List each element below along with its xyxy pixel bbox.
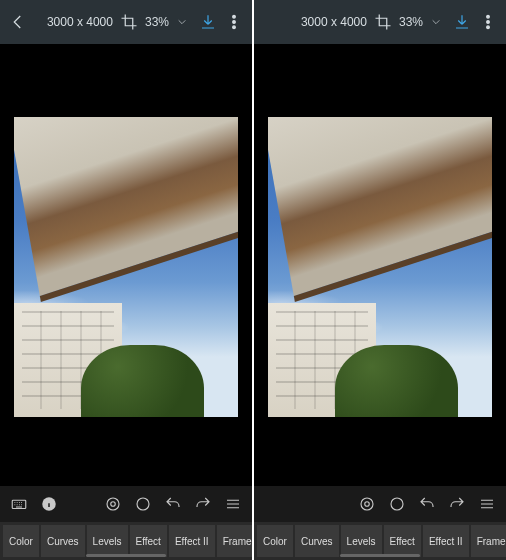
- target-icon[interactable]: [354, 491, 380, 517]
- tab-color[interactable]: Color: [257, 525, 293, 557]
- menu-icon[interactable]: [474, 491, 500, 517]
- download-icon[interactable]: [198, 12, 218, 32]
- image-canvas[interactable]: [0, 44, 252, 486]
- tab-frame[interactable]: Frame: [217, 525, 252, 557]
- zoom-label: 33%: [145, 15, 169, 29]
- top-bar: 3000 x 400033%: [254, 0, 506, 44]
- svg-point-10: [487, 26, 490, 29]
- tab-color[interactable]: Color: [3, 525, 39, 557]
- more-icon[interactable]: [478, 12, 498, 32]
- svg-point-12: [365, 502, 370, 507]
- image-canvas[interactable]: [254, 44, 506, 486]
- chevron-down-icon: [172, 12, 192, 32]
- tab-levels[interactable]: Levels: [341, 525, 382, 557]
- zoom-label: 33%: [399, 15, 423, 29]
- dimensions-label: 3000 x 4000: [47, 15, 113, 29]
- dimensions-label: 3000 x 4000: [301, 15, 367, 29]
- svg-point-1: [233, 21, 236, 24]
- svg-point-11: [361, 498, 373, 510]
- redo-icon[interactable]: [190, 491, 216, 517]
- target-icon[interactable]: [100, 491, 126, 517]
- top-bar: 3000 x 400033%: [0, 0, 252, 44]
- photo-preview: [14, 117, 238, 417]
- redo-icon[interactable]: [444, 491, 470, 517]
- tab-effect-ii[interactable]: Effect II: [169, 525, 215, 557]
- more-icon[interactable]: [224, 12, 244, 32]
- tab-effect[interactable]: Effect: [384, 525, 421, 557]
- svg-point-6: [111, 502, 116, 507]
- crop-icon[interactable]: [373, 12, 393, 32]
- menu-icon[interactable]: [220, 491, 246, 517]
- keyboard-icon[interactable]: [6, 491, 32, 517]
- crop-icon[interactable]: [119, 12, 139, 32]
- svg-point-9: [487, 21, 490, 24]
- svg-point-7: [137, 498, 149, 510]
- chevron-down-icon: [426, 12, 446, 32]
- svg-point-0: [233, 15, 236, 18]
- back-icon[interactable]: [8, 12, 28, 32]
- tab-curves[interactable]: Curves: [295, 525, 339, 557]
- zoom-dropdown[interactable]: 33%: [399, 12, 446, 32]
- circle-icon[interactable]: [130, 491, 156, 517]
- tab-effect-ii[interactable]: Effect II: [423, 525, 469, 557]
- tool-icon-row: [254, 486, 506, 522]
- tab-levels[interactable]: Levels: [87, 525, 128, 557]
- undo-icon[interactable]: [414, 491, 440, 517]
- home-indicator: [340, 554, 420, 557]
- svg-point-13: [391, 498, 403, 510]
- home-indicator: [86, 554, 166, 557]
- svg-point-8: [487, 15, 490, 18]
- tab-curves[interactable]: Curves: [41, 525, 85, 557]
- tab-effect[interactable]: Effect: [130, 525, 167, 557]
- undo-icon[interactable]: [160, 491, 186, 517]
- svg-point-5: [107, 498, 119, 510]
- svg-point-2: [233, 26, 236, 29]
- tool-icon-row: [0, 486, 252, 522]
- info-icon[interactable]: [36, 491, 62, 517]
- download-icon[interactable]: [452, 12, 472, 32]
- photo-preview: [268, 117, 492, 417]
- circle-icon[interactable]: [384, 491, 410, 517]
- zoom-dropdown[interactable]: 33%: [145, 12, 192, 32]
- tab-frame[interactable]: Frame: [471, 525, 506, 557]
